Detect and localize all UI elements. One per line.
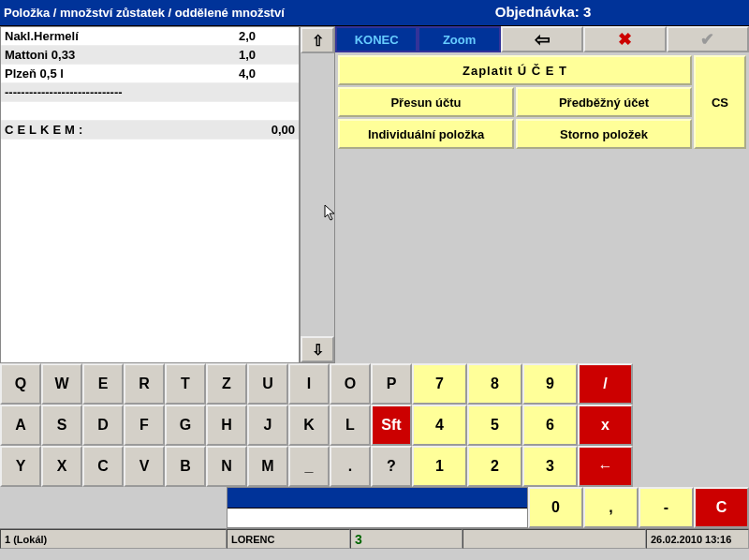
key-a[interactable]: A xyxy=(0,405,41,446)
back-button[interactable]: ⇦ xyxy=(501,26,583,52)
key-.[interactable]: . xyxy=(330,446,371,487)
item-name: Plzeň 0,5 l xyxy=(5,66,239,81)
key-s[interactable]: S xyxy=(41,405,82,446)
item-name: Mattoni 0,33 xyxy=(5,48,239,62)
input-top xyxy=(228,488,527,508)
key-v[interactable]: V xyxy=(124,446,165,487)
key-p[interactable]: P xyxy=(371,363,412,405)
scroll-track[interactable] xyxy=(301,53,334,336)
total-row: CELKEM: 0,00 xyxy=(1,121,299,140)
konec-button[interactable]: KONEC xyxy=(335,26,418,52)
key-x[interactable]: X xyxy=(41,446,82,487)
order-items-list[interactable]: Nakl.Hermelí 2,0 Mattoni 0,33 1,0 Plzeň … xyxy=(0,26,300,363)
numkey-2[interactable]: 2 xyxy=(467,446,522,487)
key-l[interactable]: L xyxy=(330,405,371,446)
separator: ----------------------------- xyxy=(1,83,299,102)
key-o[interactable]: O xyxy=(330,363,371,405)
numkey-1[interactable]: 1 xyxy=(412,446,467,487)
item-name: Nakl.Hermelí xyxy=(5,29,239,43)
keyboard-input-box[interactable] xyxy=(227,487,528,528)
item-qty: 2,0 xyxy=(239,29,295,43)
numkey-3[interactable]: 3 xyxy=(522,446,578,487)
status-bar: 1 (Lokál) LORENC 3 26.02.2010 13:16 xyxy=(0,528,749,549)
keyboard-pad xyxy=(0,487,227,528)
key-n[interactable]: N xyxy=(206,446,247,487)
item-qty: 1,0 xyxy=(239,48,295,62)
numkey-x[interactable]: x xyxy=(578,405,633,446)
key-?[interactable]: ? xyxy=(371,446,412,487)
list-item[interactable]: Plzeň 0,5 l 4,0 xyxy=(1,65,299,83)
cs-button[interactable]: CS xyxy=(694,55,746,149)
back-arrow-icon: ⇦ xyxy=(535,28,551,51)
scroll-up-button[interactable]: ⇧ xyxy=(301,27,334,53)
numkey-,[interactable]: , xyxy=(583,487,639,528)
key-w[interactable]: W xyxy=(41,363,82,405)
confirm-button[interactable]: ✔ xyxy=(667,26,749,52)
key-z[interactable]: Z xyxy=(206,363,247,405)
numkey-0[interactable]: 0 xyxy=(528,487,583,528)
numkey--[interactable]: - xyxy=(639,487,694,528)
key-_[interactable]: _ xyxy=(288,446,330,487)
key-sft[interactable]: Sft xyxy=(371,405,412,446)
key-c[interactable]: C xyxy=(82,446,124,487)
pay-button[interactable]: Zaplatit Ú Č E T xyxy=(338,55,692,85)
on-screen-keyboard: QWERTZUIOP789/ ASDFGHJKLSft456x YXCVBNM_… xyxy=(0,363,749,528)
key-u[interactable]: U xyxy=(247,363,288,405)
preliminary-account-button[interactable]: Předběžný účet xyxy=(516,87,692,117)
storno-items-button[interactable]: Storno položek xyxy=(516,119,692,149)
key-k[interactable]: K xyxy=(288,405,330,446)
blank-row xyxy=(1,102,299,121)
header-left-label: Položka / množství zůstatek / oddělené m… xyxy=(0,0,337,25)
numkey-/[interactable]: / xyxy=(578,363,633,405)
key-g[interactable]: G xyxy=(165,405,206,446)
numkey-C[interactable]: C xyxy=(694,487,749,528)
key-j[interactable]: J xyxy=(247,405,288,446)
numkey-←[interactable]: ← xyxy=(578,446,633,487)
cancel-button[interactable]: ✖ xyxy=(583,26,666,52)
total-value: 0,00 xyxy=(272,123,295,137)
key-d[interactable]: D xyxy=(82,405,124,446)
numkey-9[interactable]: 9 xyxy=(522,363,578,405)
key-f[interactable]: F xyxy=(124,405,165,446)
numkey-5[interactable]: 5 xyxy=(467,405,522,446)
header-order-label: Objednávka: 3 xyxy=(337,0,749,25)
scroll-down-button[interactable]: ⇩ xyxy=(301,336,334,362)
x-icon: ✖ xyxy=(618,29,632,50)
key-h[interactable]: H xyxy=(206,405,247,446)
individual-item-button[interactable]: Individuální položka xyxy=(338,119,514,149)
move-account-button[interactable]: Přesun účtu xyxy=(338,87,514,117)
list-item[interactable]: Nakl.Hermelí 2,0 xyxy=(1,27,299,46)
item-qty: 4,0 xyxy=(239,66,295,81)
key-y[interactable]: Y xyxy=(0,446,41,487)
right-blank-area xyxy=(335,152,749,363)
list-item[interactable]: Mattoni 0,33 1,0 xyxy=(1,46,299,65)
numkey-7[interactable]: 7 xyxy=(412,363,467,405)
numkey-6[interactable]: 6 xyxy=(522,405,578,446)
key-b[interactable]: B xyxy=(165,446,206,487)
scroll-column: ⇧ ⇩ xyxy=(300,26,335,363)
key-r[interactable]: R xyxy=(124,363,165,405)
numkey-8[interactable]: 8 xyxy=(467,363,522,405)
status-lokal: 1 (Lokál) xyxy=(0,529,227,549)
status-position: 3 xyxy=(350,529,463,549)
key-m[interactable]: M xyxy=(247,446,288,487)
key-i[interactable]: I xyxy=(288,363,330,405)
key-q[interactable]: Q xyxy=(0,363,41,405)
input-field[interactable] xyxy=(228,508,527,528)
status-blank xyxy=(463,529,646,549)
numkey-4[interactable]: 4 xyxy=(412,405,467,446)
status-user: LORENC xyxy=(227,529,350,549)
check-icon: ✔ xyxy=(700,29,714,50)
total-label: CELKEM: xyxy=(5,123,86,137)
key-t[interactable]: T xyxy=(165,363,206,405)
zoom-button[interactable]: Zoom xyxy=(418,26,500,52)
title-bar: Položka / množství zůstatek / oddělené m… xyxy=(0,0,749,26)
key-e[interactable]: E xyxy=(82,363,124,405)
status-datetime: 26.02.2010 13:16 xyxy=(646,529,749,549)
